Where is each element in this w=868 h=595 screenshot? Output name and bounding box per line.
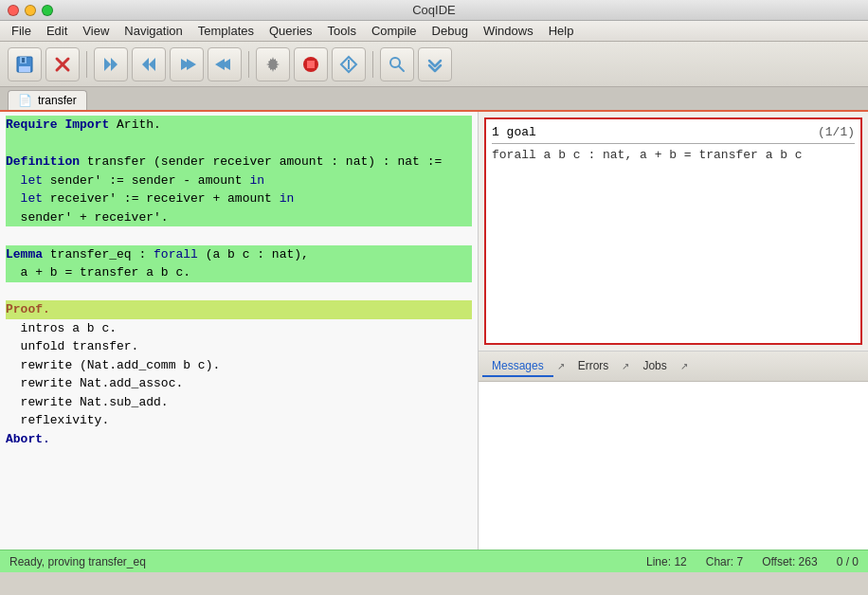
toolbar <box>0 42 868 87</box>
code-line-4: let sender' := sender - amount in <box>6 171 472 190</box>
code-line-5: let receiver' := receiver + amount in <box>6 189 472 208</box>
step-forward2-button[interactable] <box>170 47 204 81</box>
forward-button[interactable] <box>418 47 452 81</box>
close-icon <box>53 55 72 74</box>
svg-marker-6 <box>111 58 118 71</box>
step-forward-icon <box>101 55 120 74</box>
svg-line-20 <box>399 66 404 71</box>
save-button[interactable] <box>8 47 42 81</box>
status-text: Ready, proving transfer_eq <box>9 555 646 568</box>
statusbar: Ready, proving transfer_eq Line: 12 Char… <box>0 550 868 572</box>
code-line-11: Proof. <box>6 300 472 319</box>
goal-count: 1 goal <box>492 125 536 139</box>
tab-jobs[interactable]: Jobs <box>633 356 676 377</box>
code-line-18: Abort. <box>6 430 472 449</box>
code-line-6: sender' + receiver'. <box>6 208 472 227</box>
messages-tab-label: Messages <box>492 359 544 372</box>
save-icon <box>14 54 35 75</box>
status-position: Line: 12 Char: 7 Offset: 263 0 / 0 <box>646 555 859 568</box>
menu-tools[interactable]: Tools <box>320 22 364 40</box>
toolbar-sep-3 <box>372 51 373 78</box>
menu-help[interactable]: Help <box>541 22 582 40</box>
toolbar-sep-2 <box>248 51 249 78</box>
menu-debug[interactable]: Debug <box>425 22 476 40</box>
step-forward-button[interactable] <box>94 47 128 81</box>
goal-area: 1 goal (1/1) forall a b c : nat, a + b =… <box>484 117 862 345</box>
main-content: Require Import Arith. Definition transfe… <box>0 112 868 550</box>
code-line-12: intros a b c. <box>6 319 472 338</box>
query-button[interactable] <box>380 47 414 81</box>
window-title: CoqIDE <box>412 3 456 17</box>
svg-rect-2 <box>19 66 30 72</box>
toolbar-sep-1 <box>86 51 87 78</box>
gear-icon <box>263 55 282 74</box>
code-line-16: rewrite Nat.sub_add. <box>6 393 472 412</box>
svg-rect-16 <box>307 61 315 68</box>
code-line-7 <box>6 226 472 245</box>
menubar: File Edit View Navigation Templates Quer… <box>0 21 868 42</box>
reset-button[interactable] <box>332 47 366 81</box>
query-icon <box>388 55 407 74</box>
messages-content <box>479 382 868 550</box>
offset-label: Offset: 263 <box>762 555 818 568</box>
errors-detach-button[interactable]: ↗ <box>618 359 633 373</box>
line-label: Line: 12 <box>646 555 687 568</box>
tabbar: 📄 transfer <box>0 87 868 112</box>
window-controls <box>8 5 53 16</box>
tab-errors[interactable]: Errors <box>569 356 619 377</box>
svg-rect-3 <box>22 58 25 63</box>
code-editor[interactable]: Require Import Arith. Definition transfe… <box>0 112 479 550</box>
tab-messages[interactable]: Messages <box>482 356 553 377</box>
step-back-icon <box>139 55 158 74</box>
close-file-button[interactable] <box>45 47 80 81</box>
tab-label: transfer <box>38 94 77 107</box>
goal-fraction: (1/1) <box>818 125 855 139</box>
jobs-tab-label: Jobs <box>642 359 666 372</box>
messages-panel: Messages ↗ Errors ↗ Jobs ↗ <box>479 351 868 550</box>
stop-icon <box>301 55 320 74</box>
code-line-15: rewrite Nat.add_assoc. <box>6 374 472 393</box>
svg-marker-7 <box>104 58 111 71</box>
code-line-17: reflexivity. <box>6 411 472 430</box>
reset-icon <box>339 55 358 74</box>
menu-queries[interactable]: Queries <box>262 22 320 40</box>
run-back-icon <box>215 55 234 74</box>
menu-compile[interactable]: Compile <box>364 22 425 40</box>
goal-separator <box>492 143 855 144</box>
svg-marker-8 <box>142 58 149 71</box>
right-panel: 1 goal (1/1) forall a b c : nat, a + b =… <box>479 112 868 550</box>
code-line-14: rewrite (Nat.add_comm b c). <box>6 356 472 375</box>
code-line-2 <box>6 135 472 153</box>
svg-marker-9 <box>149 58 155 71</box>
menu-templates[interactable]: Templates <box>190 22 262 40</box>
code-line-1: Require Import Arith. <box>6 116 472 135</box>
code-line-3: Definition transfer (sender receiver amo… <box>6 153 472 171</box>
jobs-detach-button[interactable]: ↗ <box>677 359 692 373</box>
settings-button[interactable] <box>256 47 290 81</box>
messages-detach-button[interactable]: ↗ <box>553 359 569 373</box>
code-line-8: Lemma transfer_eq : forall (a b c : nat)… <box>6 245 472 264</box>
goal-formula: forall a b c : nat, a + b = transfer a b… <box>492 148 855 162</box>
menu-windows[interactable]: Windows <box>476 22 541 40</box>
errors-tab-label: Errors <box>578 359 609 372</box>
fraction-display: 0 / 0 <box>837 555 859 568</box>
menu-navigation[interactable]: Navigation <box>117 22 190 40</box>
step-back2-button[interactable] <box>208 47 242 81</box>
svg-marker-11 <box>187 59 196 70</box>
minimize-button[interactable] <box>25 5 36 16</box>
char-label: Char: 7 <box>706 555 743 568</box>
menu-file[interactable]: File <box>4 22 39 40</box>
maximize-button[interactable] <box>42 5 53 16</box>
svg-marker-13 <box>215 59 225 70</box>
tab-icon: 📄 <box>18 94 32 107</box>
tab-transfer[interactable]: 📄 transfer <box>8 90 87 110</box>
close-button[interactable] <box>8 5 19 16</box>
menu-edit[interactable]: Edit <box>39 22 75 40</box>
code-line-9: a + b = transfer a b c. <box>6 263 472 282</box>
step-back-button[interactable] <box>132 47 166 81</box>
menu-view[interactable]: View <box>75 22 117 40</box>
run-to-cursor-icon <box>177 55 196 74</box>
msg-tabs: Messages ↗ Errors ↗ Jobs ↗ <box>479 352 868 382</box>
code-line-10 <box>6 282 472 301</box>
stop-button[interactable] <box>294 47 328 81</box>
